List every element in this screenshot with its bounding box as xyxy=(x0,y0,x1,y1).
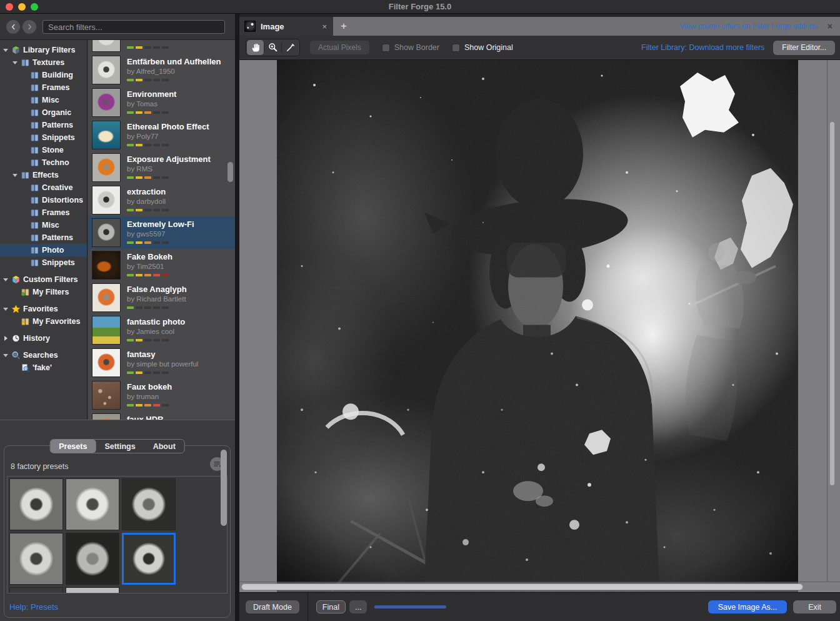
tree-item-history[interactable]: History xyxy=(0,332,87,345)
tree-item-my-favorites[interactable]: My Favorites xyxy=(0,315,87,328)
preset-thumbnail[interactable] xyxy=(122,533,176,585)
vertical-scrollbar-thumb[interactable] xyxy=(829,121,835,486)
nav-back-button[interactable] xyxy=(6,20,20,34)
horizontal-scrollbar[interactable] xyxy=(239,582,840,592)
tree-item-photo[interactable]: Photo xyxy=(0,244,87,256)
disclosure-triangle[interactable] xyxy=(21,109,28,116)
filter-item[interactable]: Ethereal Photo Effect by Poly77 xyxy=(88,119,235,151)
show-border-checkbox[interactable]: Show Border xyxy=(382,43,439,52)
tree-item-my-filters[interactable]: My Filters xyxy=(0,286,87,298)
tree-item-patterns[interactable]: Patterns xyxy=(0,231,87,244)
disclosure-triangle[interactable] xyxy=(21,84,28,91)
preset-thumbnail[interactable] xyxy=(66,478,119,530)
filter-item[interactable]: Fake Bokeh by Tim2501 xyxy=(88,249,235,281)
tree-item-searches[interactable]: Searches xyxy=(0,349,87,361)
filter-item[interactable]: Exposure Adjustment by RMS xyxy=(88,151,235,184)
eyedropper-tool-button[interactable] xyxy=(282,40,299,55)
tree-item-creative[interactable]: Creative xyxy=(0,181,87,194)
filter-library-link[interactable]: Filter Library: Download more filters xyxy=(641,43,764,52)
disclosure-triangle[interactable] xyxy=(21,159,28,166)
tree-item-textures[interactable]: Textures xyxy=(0,56,87,69)
tab-image[interactable]: Image × xyxy=(239,17,333,36)
new-tab-button[interactable]: + xyxy=(333,17,354,36)
tab-settings[interactable]: Settings xyxy=(96,440,144,453)
preset-thumbnail[interactable] xyxy=(122,478,176,530)
disclosure-triangle[interactable] xyxy=(21,122,28,128)
filter-item[interactable]: Entfärben und Aufhellen by Alfred_1950 xyxy=(88,54,235,86)
more-options-button[interactable]: ... xyxy=(349,600,367,613)
tree-item-library-filters[interactable]: Library Filters xyxy=(0,44,87,56)
filter-list-scrollbar-thumb[interactable] xyxy=(228,162,233,182)
filter-item[interactable]: fantasy by simple but powerful xyxy=(88,346,235,379)
disclosure-triangle[interactable] xyxy=(2,47,9,53)
checkbox-box[interactable] xyxy=(382,44,390,52)
tree-item-misc[interactable]: Misc xyxy=(0,94,87,106)
filter-item[interactable]: False Anaglyph by Richard Bartlett xyxy=(88,281,235,314)
tree-item--fake-[interactable]: 'fake' xyxy=(0,361,87,374)
tree-item-frames[interactable]: Frames xyxy=(0,206,87,219)
tree-item-distortions[interactable]: Distortions xyxy=(0,194,87,206)
disclosure-triangle[interactable] xyxy=(2,352,9,358)
tree-item-snippets[interactable]: Snippets xyxy=(0,256,87,269)
exit-button[interactable]: Exit xyxy=(793,600,836,613)
tree-item-effects[interactable]: Effects xyxy=(0,169,87,181)
disclosure-triangle[interactable] xyxy=(21,222,28,228)
preset-thumbnail[interactable] xyxy=(66,533,119,585)
tree-item-snippets[interactable]: Snippets xyxy=(0,131,87,144)
tab-about[interactable]: About xyxy=(144,440,184,453)
filter-item[interactable]: faux HDR xyxy=(88,411,235,420)
tree-item-custom-filters[interactable]: Custom Filters xyxy=(0,273,87,286)
hand-tool-button[interactable] xyxy=(247,40,264,55)
filter-item[interactable]: Environment by Tomas xyxy=(88,86,235,119)
disclosure-triangle[interactable] xyxy=(12,59,18,66)
preset-thumbnail[interactable] xyxy=(9,533,63,585)
disclosure-triangle[interactable] xyxy=(2,306,9,312)
disclosure-triangle[interactable] xyxy=(12,289,18,295)
tab-close-icon[interactable]: × xyxy=(321,22,328,31)
final-button[interactable]: Final xyxy=(316,600,346,613)
show-original-checkbox[interactable]: Show Original xyxy=(452,43,513,52)
help-presets-link[interactable]: Help: Presets xyxy=(9,602,58,612)
preset-scrollbar-thumb[interactable] xyxy=(221,450,227,526)
preset-thumbnail[interactable] xyxy=(9,478,63,530)
disclosure-triangle[interactable] xyxy=(21,247,28,253)
disclosure-triangle[interactable] xyxy=(21,134,28,141)
filter-item[interactable]: extraction by darbydoll xyxy=(88,184,235,216)
tab-presets[interactable]: Presets xyxy=(50,440,96,453)
tree-item-misc[interactable]: Misc xyxy=(0,219,87,231)
disclosure-triangle[interactable] xyxy=(12,172,18,178)
preset-thumbnail[interactable] xyxy=(9,587,63,593)
checkbox-box[interactable] xyxy=(452,44,460,52)
nav-forward-button[interactable] xyxy=(22,20,36,34)
disclosure-triangle[interactable] xyxy=(21,97,28,103)
image-canvas[interactable] xyxy=(239,60,840,592)
filter-item[interactable]: Extremely Low-Fi by gws5597 xyxy=(88,216,235,249)
filter-list-scrollbar[interactable] xyxy=(226,40,235,420)
zoom-tool-button[interactable] xyxy=(264,40,281,55)
disclosure-triangle[interactable] xyxy=(21,197,28,203)
disclosure-triangle[interactable] xyxy=(21,260,28,266)
tree-item-organic[interactable]: Organic xyxy=(0,106,87,119)
horizontal-scrollbar-thumb[interactable] xyxy=(241,583,803,590)
tree-item-favorites[interactable]: Favorites xyxy=(0,303,87,315)
disclosure-triangle[interactable] xyxy=(2,276,9,283)
tree-item-stone[interactable]: Stone xyxy=(0,144,87,156)
tree-item-techno[interactable]: Techno xyxy=(0,156,87,169)
tree-item-frames[interactable]: Frames xyxy=(0,81,87,94)
disclosure-triangle[interactable] xyxy=(21,147,28,153)
filter-editor-button[interactable]: Filter Editor... xyxy=(773,41,835,55)
promo-offers-link[interactable]: View promo offers on Filter Forge addons xyxy=(679,22,817,31)
disclosure-triangle[interactable] xyxy=(2,335,9,341)
tree-item-patterns[interactable]: Patterns xyxy=(0,119,87,131)
preset-thumbnail[interactable] xyxy=(66,587,119,593)
vertical-scrollbar[interactable] xyxy=(827,60,837,582)
disclosure-triangle[interactable] xyxy=(12,318,18,325)
search-input[interactable] xyxy=(42,20,225,34)
disclosure-triangle[interactable] xyxy=(21,184,28,191)
promo-close-icon[interactable]: × xyxy=(828,21,832,31)
save-image-button[interactable]: Save Image As... xyxy=(708,600,788,613)
filter-item[interactable]: fantastic photo by Jamies cool xyxy=(88,314,235,346)
tree-item-building[interactable]: Building xyxy=(0,69,87,81)
actual-pixels-button[interactable]: Actual Pixels xyxy=(310,41,369,54)
filter-item[interactable]: Faux bokeh by truman xyxy=(88,379,235,411)
